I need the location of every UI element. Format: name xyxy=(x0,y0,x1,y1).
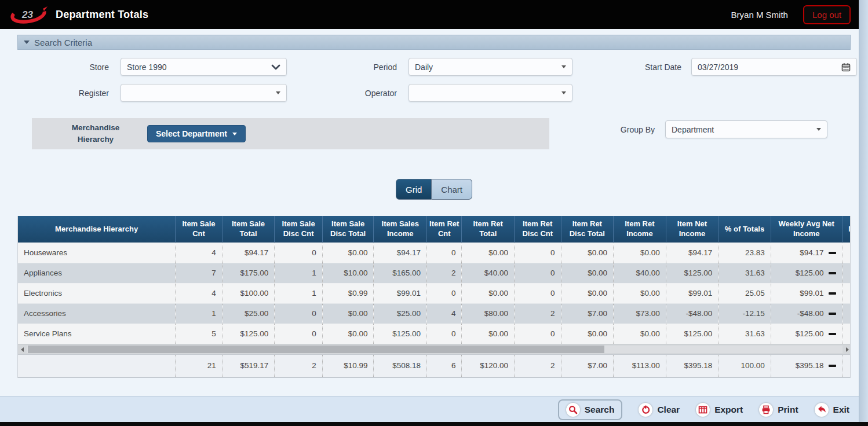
header-row: Merchandise HierarchyItem Sale CntItem S… xyxy=(18,216,851,243)
value-cell: 1 xyxy=(275,263,323,283)
value-cell: 4 xyxy=(176,283,223,303)
tab-chart[interactable]: Chart xyxy=(432,179,472,200)
row-label-cell: Accessories xyxy=(18,303,176,324)
chevron-down-icon xyxy=(271,64,280,71)
column-header[interactable]: Item Sale Disc Total xyxy=(322,216,374,243)
value-cell: 5 xyxy=(176,324,223,344)
column-header[interactable]: Item Sales Income xyxy=(374,216,427,243)
column-header[interactable]: Item Sale Total xyxy=(222,216,275,243)
value-cell: $100.00 xyxy=(222,283,275,303)
logout-button[interactable]: Log out xyxy=(803,5,851,24)
value-cell: 1 xyxy=(275,283,323,303)
value-cell: $125.00 xyxy=(771,324,842,344)
exit-button[interactable]: Exit xyxy=(815,403,849,417)
value-cell: 0 xyxy=(427,283,462,303)
value-cell: 2 xyxy=(515,303,561,324)
group-by-select[interactable]: Department xyxy=(665,120,827,138)
column-header[interactable]: Item Ret Income xyxy=(614,216,666,243)
value-cell: 4 xyxy=(176,243,223,263)
row-label-cell: Service Plans xyxy=(18,324,176,344)
value-cell xyxy=(842,354,851,377)
value-cell: $0.00 xyxy=(462,324,515,344)
value-cell xyxy=(842,283,851,303)
merchandise-hierarchy-label: Merchandise Hierarchy xyxy=(63,122,128,145)
value-cell: 21 xyxy=(176,354,223,377)
sparkline-dash xyxy=(829,365,836,367)
dropdown-arrow-icon xyxy=(561,91,566,94)
register-label: Register xyxy=(17,89,109,98)
operator-select[interactable] xyxy=(409,84,572,102)
value-cell: 0 xyxy=(275,324,323,344)
value-cell xyxy=(842,324,851,344)
value-cell: 0 xyxy=(427,243,462,263)
scrollbar-track[interactable] xyxy=(27,346,843,353)
value-cell: $0.99 xyxy=(322,283,374,303)
value-cell: 23.83 xyxy=(719,243,771,263)
select-department-button[interactable]: Select Department xyxy=(147,125,246,142)
horizontal-scrollbar xyxy=(18,344,851,354)
value-cell: 0 xyxy=(427,324,462,344)
start-date-label: Start Date xyxy=(635,63,681,72)
column-header[interactable]: Item Net Income xyxy=(666,216,719,243)
column-header[interactable]: Merchandise Hierarchy xyxy=(18,216,176,243)
value-cell: 0 xyxy=(515,263,561,283)
column-header[interactable]: Mo xyxy=(842,216,851,243)
column-header[interactable]: Weekly Avg Net Income xyxy=(771,216,842,243)
value-cell: $165.00 xyxy=(374,263,427,283)
value-cell: 4 xyxy=(427,303,462,324)
value-cell: $40.00 xyxy=(462,263,515,283)
column-header[interactable]: Item Sale Disc Cnt xyxy=(275,216,323,243)
value-cell: 0 xyxy=(515,324,561,344)
search-criteria-header[interactable]: Search Criteria xyxy=(17,35,851,50)
value-cell: 31.63 xyxy=(719,324,771,344)
export-button[interactable]: Export xyxy=(696,403,743,417)
store-label: Store xyxy=(17,63,109,72)
row-label-cell xyxy=(18,354,176,377)
value-cell: $10.00 xyxy=(322,263,374,283)
value-cell: 2 xyxy=(275,354,323,377)
value-cell: $0.00 xyxy=(462,283,515,303)
group-by-label: Group By xyxy=(614,125,655,134)
value-cell: $7.00 xyxy=(561,303,614,324)
column-header[interactable]: Item Ret Cnt xyxy=(427,216,462,243)
table-export-icon xyxy=(696,403,710,417)
value-cell: 100.00 xyxy=(719,354,771,377)
tab-grid[interactable]: Grid xyxy=(396,179,432,200)
totals-table: 21$519.172$10.99$508.186$120.002$7.00$11… xyxy=(18,354,851,377)
value-cell: $125.00 xyxy=(666,263,719,283)
dropdown-arrow-icon xyxy=(561,65,566,68)
value-cell: $0.00 xyxy=(322,324,374,344)
column-header[interactable]: Item Ret Total xyxy=(462,216,515,243)
print-button[interactable]: Print xyxy=(759,403,798,417)
column-header[interactable]: Item Sale Cnt xyxy=(176,216,223,243)
search-criteria-title: Search Criteria xyxy=(34,38,92,47)
view-toggle: Grid Chart xyxy=(17,149,851,200)
printer-icon xyxy=(759,403,773,417)
logo-swoosh-icon: 23 xyxy=(9,3,48,26)
scrollbar-thumb[interactable] xyxy=(28,346,604,353)
register-select[interactable] xyxy=(121,84,287,102)
table-row: Service Plans5$125.000$0.00$125.000$0.00… xyxy=(18,324,851,344)
value-cell: $0.00 xyxy=(322,243,374,263)
dropdown-arrow-icon xyxy=(816,128,821,131)
scroll-right-arrow[interactable] xyxy=(843,347,851,352)
search-button[interactable]: Search xyxy=(558,399,623,420)
column-header[interactable]: % of Totals xyxy=(719,216,771,243)
store-select[interactable]: Store 1990 xyxy=(121,58,287,76)
column-header[interactable]: Item Ret Disc Total xyxy=(561,216,614,243)
scroll-left-arrow[interactable] xyxy=(18,347,26,352)
column-header[interactable]: Item Ret Disc Cnt xyxy=(515,216,561,243)
department-totals-grid: Merchandise HierarchyItem Sale CntItem S… xyxy=(17,216,851,378)
value-cell: 2 xyxy=(515,354,561,377)
action-toolbar: Search Clear Export xyxy=(0,396,859,423)
start-date-input[interactable]: 03/27/2019 xyxy=(691,58,857,76)
sparkline-dash xyxy=(829,333,836,335)
value-cell: $0.00 xyxy=(462,243,515,263)
user-name: Bryan M Smith xyxy=(731,10,788,20)
period-select[interactable]: Daily xyxy=(409,58,572,76)
row-label-cell: Electronics xyxy=(18,283,176,303)
value-cell: $120.00 xyxy=(462,354,515,377)
clear-button[interactable]: Clear xyxy=(639,403,680,417)
search-icon xyxy=(566,403,580,417)
browser-scrollbar-strip[interactable] xyxy=(859,0,868,422)
